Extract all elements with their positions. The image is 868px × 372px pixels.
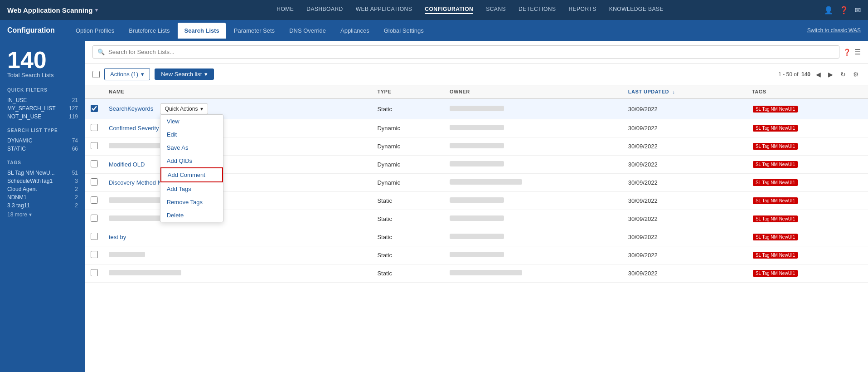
col-type[interactable]: TYPE xyxy=(372,85,444,98)
row-owner-1 xyxy=(444,98,623,119)
filter-dynamic[interactable]: DYNAMIC 74 xyxy=(7,137,78,145)
switch-classic[interactable]: Switch to classic WAS xyxy=(807,27,861,34)
toolbar: Actions (1) ▾ New Search list ▾ 1 - 50 o… xyxy=(85,64,868,85)
row-checkbox-6[interactable] xyxy=(91,196,98,204)
row-tags-6: SL Tag NM NewUI1 xyxy=(747,192,868,210)
nav-detections[interactable]: DETECTIONS xyxy=(519,6,556,14)
row-checkbox-1[interactable] xyxy=(91,105,98,112)
tab-appliances[interactable]: Appliances xyxy=(334,23,376,39)
row-checkbox-4[interactable] xyxy=(91,160,98,167)
qa-add-qids[interactable]: Add QIDs xyxy=(160,154,223,167)
nav-web-applications[interactable]: WEB APPLICATIONS xyxy=(356,6,412,14)
row-checkbox-10[interactable] xyxy=(91,269,98,276)
filter-not-in-use-label: NOT_IN_USE xyxy=(7,113,41,120)
row-checkbox-8[interactable] xyxy=(91,233,98,240)
row-owner-8 xyxy=(444,228,623,246)
filter-tag-ndnm1[interactable]: NDNM1 2 xyxy=(7,193,78,201)
user-icon[interactable]: 👤 xyxy=(824,6,833,15)
qa-add-comment[interactable]: Add Comment xyxy=(160,167,223,182)
help-icon[interactable]: ❓ xyxy=(839,6,849,15)
filter-in-use[interactable]: IN_USE 21 xyxy=(7,96,78,104)
row-type-3: Dynamic xyxy=(372,137,444,156)
search-input-wrapper[interactable]: 🔍 xyxy=(92,45,839,59)
app-brand[interactable]: Web Application Scanning ▾ xyxy=(7,6,98,14)
new-search-label: New Search list xyxy=(161,71,202,78)
select-all-checkbox[interactable] xyxy=(92,71,100,78)
new-search-button[interactable]: New Search list ▾ xyxy=(155,69,214,80)
tab-search-lists[interactable]: Search Lists xyxy=(178,23,225,39)
tab-global-settings[interactable]: Global Settings xyxy=(378,23,430,39)
col-owner[interactable]: OWNER xyxy=(444,85,623,98)
row-owner-6 xyxy=(444,192,623,210)
row-checkbox-cell xyxy=(85,264,103,283)
row-name-link-8[interactable]: test by xyxy=(109,234,126,240)
qa-save-as[interactable]: Save As xyxy=(160,141,223,154)
filter-static[interactable]: STATIC 66 xyxy=(7,145,78,153)
row-tags-1: SL Tag NM NewUI1 xyxy=(747,98,868,119)
row-checkbox-9[interactable] xyxy=(91,251,98,258)
more-tags-label: 18 more xyxy=(7,211,27,218)
tab-dns-override[interactable]: DNS Override xyxy=(283,23,332,39)
prev-page-button[interactable]: ◀ xyxy=(814,70,823,79)
row-date-2: 30/09/2022 xyxy=(623,119,747,137)
row-name-link-1[interactable]: SearchKeywords xyxy=(109,105,153,112)
tab-bruteforce-lists[interactable]: Bruteforce Lists xyxy=(122,23,176,39)
quick-actions-button[interactable]: Quick Actions ▾ xyxy=(160,103,209,114)
row-checkbox-3[interactable] xyxy=(91,142,98,149)
search-input[interactable] xyxy=(108,49,834,55)
row-checkbox-5[interactable] xyxy=(91,178,98,186)
nav-knowledge-base[interactable]: KNOWLEDGE BASE xyxy=(609,6,664,14)
search-help-icon[interactable]: ❓ xyxy=(843,49,851,56)
qa-edit[interactable]: Edit xyxy=(160,128,223,141)
col-tags[interactable]: TAGS xyxy=(747,85,868,98)
nav-dashboard[interactable]: DASHBOARD xyxy=(306,6,343,14)
tab-option-profiles[interactable]: Option Profiles xyxy=(69,23,121,39)
filter-tag-schedule[interactable]: ScheduleWithTag1 3 xyxy=(7,177,78,185)
show-more-tags[interactable]: 18 more ▾ xyxy=(7,211,78,218)
nav-reports[interactable]: REPORTS xyxy=(568,6,596,14)
row-type-10: Static xyxy=(372,264,444,283)
row-name-link-4[interactable]: Modified OLD xyxy=(109,161,145,168)
qa-delete[interactable]: Delete xyxy=(160,209,223,222)
filter-in-use-label: IN_USE xyxy=(7,97,27,103)
filter-my-search-list[interactable]: MY_SEARCH_LIST 127 xyxy=(7,104,78,113)
row-name-cell: SearchKeywords Quick Actions ▾ View Edit xyxy=(103,98,372,119)
nav-home[interactable]: HOME xyxy=(276,6,294,14)
row-checkbox-cell xyxy=(85,192,103,210)
filter-tag-sl[interactable]: SL Tag NM NewU... 51 xyxy=(7,169,78,177)
filter-not-in-use-count: 119 xyxy=(69,113,78,120)
filter-my-search-list-count: 127 xyxy=(69,105,78,112)
qa-remove-tags[interactable]: Remove Tags xyxy=(160,196,223,209)
filter-tag-cloud[interactable]: Cloud Agent 2 xyxy=(7,185,78,193)
filter-tag-cloud-count: 2 xyxy=(75,186,78,192)
qa-view[interactable]: View xyxy=(160,115,223,128)
tags-title: TAGS xyxy=(7,160,78,165)
filter-not-in-use[interactable]: NOT_IN_USE 119 xyxy=(7,113,78,121)
filter-tag-schedule-count: 3 xyxy=(75,178,78,184)
row-tags-3: SL Tag NM NewUI1 xyxy=(747,137,868,156)
qa-add-tags[interactable]: Add Tags xyxy=(160,182,223,196)
nav-scans[interactable]: SCANS xyxy=(486,6,506,14)
tag-badge-8: SL Tag NM NewUI1 xyxy=(753,234,798,240)
row-checkbox-2[interactable] xyxy=(91,124,98,131)
row-tags-9: SL Tag NM NewUI1 xyxy=(747,246,868,264)
actions-button[interactable]: Actions (1) ▾ xyxy=(104,68,150,80)
tab-parameter-sets[interactable]: Parameter Sets xyxy=(228,23,281,39)
col-name[interactable]: NAME xyxy=(103,85,372,98)
settings-button[interactable]: ⚙ xyxy=(851,70,861,79)
next-page-button[interactable]: ▶ xyxy=(826,70,835,79)
refresh-button[interactable]: ↻ xyxy=(839,70,848,79)
row-checkbox-7[interactable] xyxy=(91,215,98,222)
filter-tag-33[interactable]: 3.3 tag11 2 xyxy=(7,201,78,210)
table-header-row: NAME TYPE OWNER LAST UPDATED ↓ TAGS xyxy=(85,85,868,98)
row-name-cell xyxy=(103,137,372,156)
row-checkbox-cell xyxy=(85,174,103,192)
mail-icon[interactable]: ✉ xyxy=(855,6,861,15)
search-menu-icon[interactable]: ☰ xyxy=(854,48,861,56)
brand-chevron[interactable]: ▾ xyxy=(95,7,98,13)
nav-configuration[interactable]: CONFIGURATION xyxy=(425,6,473,14)
filter-static-count: 66 xyxy=(72,146,78,152)
col-last-updated[interactable]: LAST UPDATED ↓ xyxy=(623,85,747,98)
sidebar: 140 Total Search Lists QUICK FILTERS IN_… xyxy=(0,41,85,372)
row-date-1: 30/09/2022 xyxy=(623,98,747,119)
